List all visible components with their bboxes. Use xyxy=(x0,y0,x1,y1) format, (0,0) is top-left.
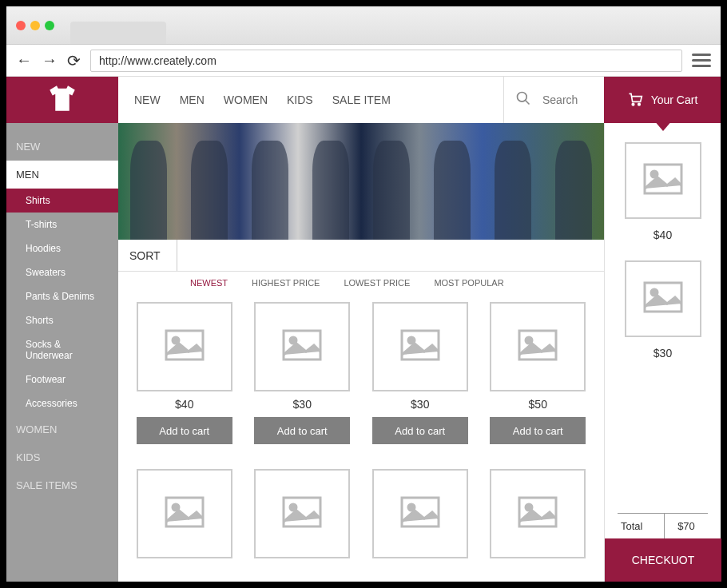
product-price: $40 xyxy=(175,398,193,411)
close-window-icon[interactable] xyxy=(16,21,26,30)
image-placeholder-icon xyxy=(165,329,205,364)
add-to-cart-button[interactable]: Add to cart xyxy=(490,417,586,444)
nav-kids[interactable]: KIDS xyxy=(287,93,313,106)
browser-titlebar xyxy=(6,6,721,45)
sidebar-sub-shirts[interactable]: Shirts xyxy=(6,189,118,213)
tshirt-icon xyxy=(46,81,79,118)
sidebar-item-sale[interactable]: SALE ITEMS xyxy=(6,471,118,499)
search-area[interactable]: Search xyxy=(503,77,604,123)
image-placeholder-icon xyxy=(400,496,440,531)
product-card xyxy=(251,469,355,574)
svg-point-23 xyxy=(651,289,657,296)
main-content: SORT NEWEST HIGHEST PRICE LOWEST PRICE M… xyxy=(118,123,604,582)
svg-point-3 xyxy=(638,103,640,105)
image-placeholder-icon xyxy=(165,496,205,531)
add-to-cart-button[interactable]: Add to cart xyxy=(372,417,468,444)
cart-header[interactable]: Your Cart xyxy=(604,77,721,123)
nav-women[interactable]: WOMEN xyxy=(224,93,268,106)
sidebar: NEW MEN Shirts T-shirts Hoodies Sweaters… xyxy=(6,123,118,582)
sort-popular[interactable]: MOST POPULAR xyxy=(434,278,503,288)
cart-arrow-icon xyxy=(654,120,673,131)
sidebar-sub-footwear[interactable]: Footwear xyxy=(6,368,118,391)
sort-lowest[interactable]: LOWEST PRICE xyxy=(344,278,410,288)
sort-newest[interactable]: NEWEST xyxy=(190,278,228,288)
image-placeholder-icon xyxy=(643,281,683,316)
product-image[interactable] xyxy=(490,302,586,391)
browser-toolbar: ← → ⟳ http://www.creately.com xyxy=(6,45,721,77)
sidebar-item-new[interactable]: NEW xyxy=(6,133,118,161)
product-card: $30Add to cart xyxy=(368,302,472,459)
image-placeholder-icon xyxy=(282,496,322,531)
svg-point-11 xyxy=(526,337,532,344)
product-image[interactable] xyxy=(372,302,468,391)
sidebar-sub-pants[interactable]: Pants & Denims xyxy=(6,284,118,308)
image-placeholder-icon xyxy=(400,329,440,364)
svg-point-19 xyxy=(526,504,532,511)
product-image[interactable] xyxy=(137,302,232,391)
add-to-cart-button[interactable]: Add to cart xyxy=(254,417,350,444)
svg-point-7 xyxy=(290,337,296,344)
search-icon xyxy=(515,90,531,109)
url-input[interactable]: http://www.creately.com xyxy=(90,50,682,72)
search-placeholder: Search xyxy=(542,93,578,106)
image-placeholder-icon xyxy=(518,329,558,364)
sidebar-sub-tshirts[interactable]: T-shirts xyxy=(6,213,118,236)
cart-header-label: Your Cart xyxy=(651,93,698,106)
product-image[interactable] xyxy=(372,469,468,558)
product-image[interactable] xyxy=(137,469,232,558)
nav-sale[interactable]: SALE ITEM xyxy=(332,93,391,106)
product-card xyxy=(133,469,236,574)
product-card: $30Add to cart xyxy=(251,302,355,459)
product-image[interactable] xyxy=(490,469,586,558)
maximize-window-icon[interactable] xyxy=(45,21,54,30)
hero-banner xyxy=(118,123,604,240)
logo[interactable] xyxy=(6,77,118,123)
cart-total: Total $70 xyxy=(618,513,708,538)
sort-options: NEWEST HIGHEST PRICE LOWEST PRICE MOST P… xyxy=(118,272,604,294)
sidebar-item-kids[interactable]: KIDS xyxy=(6,443,118,471)
product-price: $30 xyxy=(411,398,429,411)
image-placeholder-icon xyxy=(643,163,683,198)
svg-point-5 xyxy=(173,337,179,344)
reload-button[interactable]: ⟳ xyxy=(67,51,81,70)
cart-item-image[interactable] xyxy=(625,260,701,337)
checkout-button[interactable]: CHECKUOT xyxy=(605,538,721,582)
nav-new[interactable]: NEW xyxy=(134,93,161,106)
sidebar-item-women[interactable]: WOMEN xyxy=(6,415,118,443)
svg-point-13 xyxy=(173,504,179,511)
back-button[interactable]: ← xyxy=(16,51,32,70)
product-image[interactable] xyxy=(254,469,350,558)
sidebar-sub-accessories[interactable]: Accessories xyxy=(6,391,118,415)
svg-line-1 xyxy=(526,101,530,105)
cart-icon xyxy=(627,91,643,109)
product-price: $50 xyxy=(529,398,547,411)
svg-point-21 xyxy=(651,171,657,177)
svg-point-15 xyxy=(290,504,296,511)
svg-point-9 xyxy=(408,337,415,344)
cart-item-price: $30 xyxy=(654,347,672,360)
sidebar-sub-hoodies[interactable]: Hoodies xyxy=(6,236,118,260)
cart-total-value: $70 xyxy=(665,514,708,538)
cart-item: $30 xyxy=(618,260,708,360)
product-card: $50Add to cart xyxy=(487,302,590,459)
sidebar-sub-sweaters[interactable]: Sweaters xyxy=(6,260,118,284)
product-image[interactable] xyxy=(254,302,350,391)
product-card xyxy=(368,469,472,574)
add-to-cart-button[interactable]: Add to cart xyxy=(137,417,232,444)
forward-button[interactable]: → xyxy=(42,51,58,70)
browser-tab[interactable] xyxy=(70,22,166,44)
svg-point-0 xyxy=(518,93,527,102)
cart-panel: $40 $30 Total $70 CHECKUOT xyxy=(604,123,721,582)
cart-item-price: $40 xyxy=(654,228,672,241)
product-price: $30 xyxy=(293,398,312,411)
sort-highest[interactable]: HIGHEST PRICE xyxy=(252,278,320,288)
svg-point-17 xyxy=(408,504,415,511)
sidebar-sub-socks[interactable]: Socks & Underwear xyxy=(6,332,118,368)
menu-icon[interactable] xyxy=(692,51,711,70)
cart-item-image[interactable] xyxy=(625,142,701,219)
sidebar-sub-shorts[interactable]: Shorts xyxy=(6,308,118,332)
nav-men[interactable]: MEN xyxy=(180,93,205,106)
minimize-window-icon[interactable] xyxy=(30,21,40,30)
sidebar-item-men[interactable]: MEN xyxy=(6,161,118,189)
product-card xyxy=(487,469,590,574)
